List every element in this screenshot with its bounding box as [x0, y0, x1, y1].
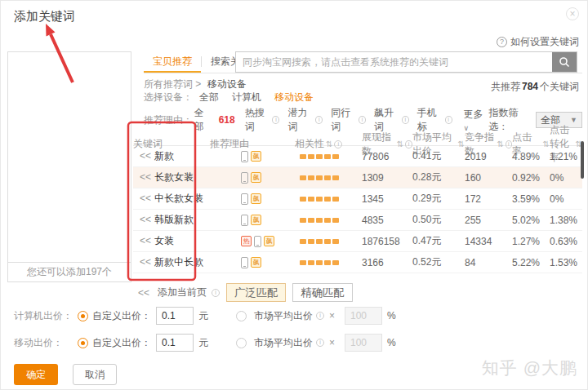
impressions-cell: 77806	[362, 151, 412, 162]
keyword-label: 中长款女装	[154, 193, 203, 204]
table-scrollbar[interactable]	[581, 141, 584, 179]
compete-index-cell: 2019	[465, 151, 512, 162]
relevance-bars	[295, 197, 362, 202]
add-keyword-arrows[interactable]: <<	[140, 193, 151, 204]
avg-price-cell: 0.47元	[412, 234, 465, 248]
column-header-label: 推荐理由	[210, 137, 249, 151]
device-option[interactable]: 全部	[199, 91, 219, 104]
computer-bid-row: 计算机出价：自定义出价：元市场平均出价i×%	[14, 305, 471, 326]
remaining-quota-note: 您还可以添加197个	[8, 262, 131, 281]
add-page-arrows: <<	[138, 287, 149, 299]
custom-bid-input[interactable]	[156, 307, 194, 325]
table-footer-row: << 添加当前页 i 广泛匹配 精确匹配	[138, 283, 353, 302]
table-row: <<中长款女装飙13450.29元1723.59%0%	[133, 188, 582, 210]
compete-index-cell: 172	[465, 193, 512, 205]
info-icon: i	[212, 289, 220, 297]
exact-match-button[interactable]: 精确匹配	[292, 283, 352, 302]
search-button[interactable]	[552, 52, 577, 72]
reason-icons-cell: 飙	[210, 172, 295, 184]
breadcrumb: 所有推荐词 > 移动设备	[144, 78, 247, 91]
custom-bid-radio[interactable]	[78, 338, 88, 348]
reason-icons-cell: 飙	[210, 151, 295, 162]
avg-price-cell: 0.28元	[412, 171, 465, 184]
sort-icon[interactable]: ⇅	[458, 140, 465, 148]
keyword-cell[interactable]: <<长款女装	[133, 171, 210, 184]
trend-badge-icon: 飙	[251, 215, 261, 225]
search-icon	[559, 56, 570, 68]
keyword-cell[interactable]: <<中长款女装	[133, 192, 210, 206]
device-option[interactable]: 移动设备	[274, 91, 314, 104]
add-current-page-link[interactable]: 添加当前页	[158, 286, 207, 299]
add-keyword-arrows[interactable]: <<	[140, 235, 151, 246]
sort-icon[interactable]: ⇅	[397, 140, 403, 148]
breadcrumb-current: 移动设备	[207, 78, 247, 90]
ctr-cell: 4.89%	[512, 151, 550, 162]
compete-index-cell: 160	[465, 172, 512, 184]
watermark: 知乎 @大鹏	[482, 357, 577, 379]
market-percent-input	[345, 334, 382, 352]
sort-icon[interactable]: ⇅	[543, 140, 550, 148]
more-label: 更多	[464, 109, 483, 120]
keyword-search-input[interactable]	[236, 52, 552, 72]
keyword-cell[interactable]: <<新款中长款	[133, 255, 210, 269]
keyword-cell[interactable]: <<女装	[133, 234, 210, 248]
info-icon: i	[506, 140, 512, 148]
trend-badge-icon: 飙	[251, 257, 261, 268]
keyword-cell[interactable]: <<韩版新款	[133, 213, 210, 227]
cvr-cell: 0%	[550, 172, 582, 184]
custom-bid-input[interactable]	[156, 334, 194, 352]
info-icon: i	[316, 312, 324, 320]
sort-icon[interactable]: ⇅	[326, 140, 332, 148]
breadcrumb-parent[interactable]: 所有推荐词 >	[144, 78, 201, 90]
market-bid-radio[interactable]	[236, 311, 247, 321]
reason-icons-cell: 热飙	[210, 236, 295, 247]
cvr-cell: 1.21%	[550, 151, 582, 162]
add-keyword-arrows[interactable]: <<	[140, 256, 151, 268]
table-row: <<长款女装飙13090.28元1600.92%0%	[133, 167, 582, 188]
trend-badge-icon: 飙	[251, 172, 261, 183]
add-keyword-arrows[interactable]: <<	[140, 171, 151, 183]
help-link-label: 如何设置关键词	[510, 35, 579, 49]
custom-bid-radio[interactable]	[78, 311, 88, 321]
tab-item-recommend[interactable]: 宝贝推荐	[144, 51, 201, 73]
keyword-cell[interactable]: <<新款	[133, 149, 210, 163]
selected-keywords-panel: 您还可以添加197个	[7, 51, 131, 282]
phone-icon	[241, 193, 248, 205]
help-link[interactable]: ? 如何设置关键词	[497, 35, 579, 49]
cancel-button[interactable]: 取消	[73, 364, 117, 385]
column-header[interactable]: 相关性⇅i	[295, 137, 362, 151]
avg-price-cell: 0.29元	[412, 192, 465, 206]
impressions-cell: 4835	[362, 215, 412, 226]
custom-bid-label: 自定义出价：	[92, 336, 151, 350]
red-arrow-head	[46, 24, 56, 37]
bid-unit-label: 元	[198, 336, 208, 350]
impressions-cell: 1876158	[362, 236, 412, 247]
info-icon: i	[316, 339, 324, 347]
market-bid-radio[interactable]	[236, 338, 247, 348]
keyword-label: 女装	[154, 235, 174, 246]
confirm-button[interactable]: 确定	[14, 364, 58, 385]
percent-unit-label: %	[387, 337, 396, 348]
market-bid-group: 市场平均出价i	[236, 309, 324, 323]
relevance-bars	[295, 175, 362, 180]
compete-index-cell: 84	[465, 257, 512, 268]
broad-match-button[interactable]: 广泛匹配	[226, 283, 286, 302]
market-bid-group: 市场平均出价i	[236, 336, 324, 350]
phone-icon	[241, 215, 248, 226]
device-option[interactable]: 计算机	[232, 91, 261, 104]
phone-icon	[241, 151, 248, 162]
relevance-bars	[295, 218, 362, 223]
sort-icon[interactable]: ⇅	[497, 140, 503, 148]
percent-unit-label: %	[387, 310, 396, 321]
cvr-cell: 0%	[550, 193, 582, 205]
add-keyword-arrows[interactable]: <<	[140, 150, 151, 162]
bid-unit-label: 元	[198, 309, 208, 323]
ctr-cell: 1.27%	[512, 236, 550, 247]
table-body: <<新款飙778060.41元20194.89%1.21%<<长款女装飙1309…	[133, 146, 582, 273]
info-icon: i	[334, 140, 342, 148]
impressions-cell: 1345	[362, 193, 412, 205]
keyword-label: 长款女装	[154, 171, 194, 183]
column-header: 推荐理由	[210, 137, 295, 151]
close-icon[interactable]: ×	[566, 7, 579, 20]
add-keyword-arrows[interactable]: <<	[140, 214, 151, 225]
